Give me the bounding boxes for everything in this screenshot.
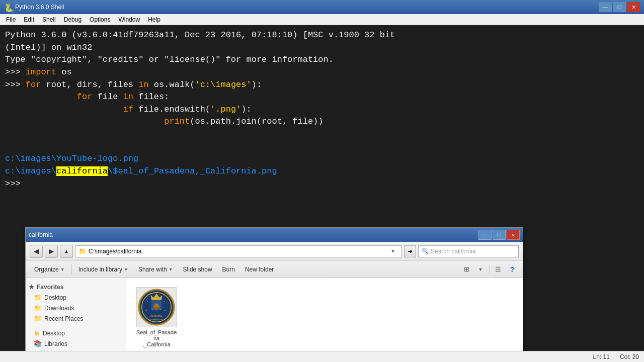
close-button[interactable]: ✕	[627, 2, 640, 12]
desktop-root-icon: 🖥	[34, 329, 40, 337]
svg-text:★: ★	[147, 300, 148, 303]
search-box[interactable]: 🔍 Search california	[418, 245, 519, 257]
star-icon: ★	[29, 284, 34, 291]
recent-folder-icon: 📁	[34, 315, 42, 322]
help-button[interactable]: ?	[506, 263, 519, 276]
blank-line2	[5, 141, 639, 153]
file-name-seal: Seal_of_Pasadena,_California	[135, 329, 178, 347]
output-path-post: \$eal_of_Pasadena,_California.png	[108, 166, 277, 176]
details-pane-button[interactable]: ☰	[492, 263, 505, 276]
include-library-button[interactable]: Include in library ▼	[74, 263, 133, 276]
output-youtube: c:\images\YouTube-logo.png	[5, 154, 138, 163]
back-button[interactable]: ◀	[30, 245, 43, 258]
address-text: C:\images\california	[89, 248, 388, 255]
shell-area[interactable]: Python 3.6.0 (v3.6.0:41df79263a11, Dec 2…	[0, 25, 644, 246]
main-wrapper: 🐍 Python 3.6.0 Shell — □ ✕ File Edit She…	[0, 0, 644, 362]
python-icon: 🐍	[4, 3, 12, 11]
window-title: Python 3.6.0 Shell	[15, 4, 64, 11]
desktop-folder-icon: 📁	[34, 294, 42, 301]
builtin-print: print	[164, 117, 190, 126]
shell-header-line2: (Intel)] on win32	[5, 42, 639, 54]
string-png: '.png'	[210, 105, 241, 114]
blank-line	[5, 128, 639, 141]
view-medium-button[interactable]: ⊞	[460, 263, 473, 276]
share-dropdown-icon: ▼	[169, 267, 173, 272]
sidebar-desktop-root-label: Desktop	[43, 330, 65, 337]
output-line2: c:\images\california\$eal_of_Pasadena,_C…	[5, 165, 639, 178]
svg-text:INCORPORATED: INCORPORATED	[149, 319, 164, 321]
svg-text:★: ★	[146, 309, 147, 312]
file-endswith: file.endswith(	[133, 105, 210, 114]
seal-svg: ★ ★ ★ ★ PASADENA INCORPORATED	[137, 288, 176, 327]
search-placeholder: Search california	[431, 248, 475, 255]
address-bar[interactable]: 📁 C:\images\california ▼	[75, 245, 402, 257]
sidebar-item-desktop[interactable]: 📁 Desktop	[26, 292, 126, 303]
shell-prompt3: >>>	[5, 178, 639, 191]
for-indent	[5, 92, 77, 102]
status-line: Ln: 11	[593, 353, 610, 360]
sidebar-item-downloads[interactable]: 📁 Downloads	[26, 303, 126, 313]
explorer-sidebar: ★ Favorites 📁 Desktop 📁 Downloads 📁 Rece…	[26, 278, 126, 362]
menu-file[interactable]: File	[2, 15, 20, 24]
prompt-1: >>>	[5, 67, 26, 77]
title-bar-buttons: — □ ✕	[599, 2, 640, 12]
slideshow-button[interactable]: Slide show	[179, 263, 217, 276]
share-with-label: Share with	[138, 266, 167, 273]
keyword-in1: in	[138, 80, 148, 89]
downloads-folder-icon: 📁	[34, 304, 42, 312]
share-with-button[interactable]: Share with ▼	[134, 263, 178, 276]
explorer-title-buttons: — □ ✕	[478, 230, 520, 240]
explorer-minimize-button[interactable]: —	[478, 230, 492, 240]
svg-text:★: ★	[164, 300, 165, 303]
print-indent	[5, 117, 164, 126]
view-dropdown-button[interactable]: ▼	[474, 263, 487, 276]
shell-import-line: >>> import os	[5, 66, 639, 79]
shell-header-line3: Type "copyright", "credits" or "license(…	[5, 54, 639, 66]
shell-print-line: print(os.path.join(root, file))	[5, 116, 639, 128]
menu-help[interactable]: Help	[144, 15, 165, 24]
keyword-in2: in	[123, 92, 133, 102]
output-line1: c:\images\YouTube-logo.png	[5, 153, 639, 165]
address-go-button[interactable]: ➜	[404, 245, 416, 257]
new-folder-label: New folder	[245, 266, 274, 273]
file-item-seal[interactable]: ★ ★ ★ ★ PASADENA INCORPORATED Seal_of_Pa…	[131, 283, 182, 351]
keyword-if: if	[123, 105, 133, 114]
sidebar-item-recent-places[interactable]: 📁 Recent Places	[26, 313, 126, 324]
explorer-files[interactable]: ★ ★ ★ ★ PASADENA INCORPORATED Seal_of_Pa…	[126, 278, 523, 362]
up-button[interactable]: ▲	[60, 245, 73, 258]
files-var: files:	[133, 92, 169, 102]
include-library-label: Include in library	[78, 266, 122, 273]
new-folder-button[interactable]: New folder	[240, 263, 278, 276]
shell-if-line: if file.endswith('.png'):	[5, 104, 639, 116]
sidebar-item-desktop-root[interactable]: 🖥 Desktop	[26, 328, 126, 338]
explorer-close-button[interactable]: ✕	[507, 230, 520, 240]
prompt-3: >>>	[5, 179, 26, 189]
address-dropdown-icon[interactable]: ▼	[390, 248, 398, 254]
file-thumbnail-seal: ★ ★ ★ ★ PASADENA INCORPORATED	[136, 287, 177, 327]
os-walk: os.walk(	[149, 80, 195, 89]
title-bar-left: 🐍 Python 3.6.0 Shell	[4, 3, 64, 11]
menu-shell[interactable]: Shell	[38, 15, 60, 24]
burn-label: Burn	[222, 266, 235, 273]
cmd-separator-2	[489, 264, 490, 275]
forward-button[interactable]: ▶	[45, 245, 58, 258]
burn-button[interactable]: Burn	[218, 263, 239, 276]
shell-header-line1: Python 3.6.0 (v3.6.0:41df79263a11, Dec 2…	[5, 29, 639, 42]
maximize-button[interactable]: □	[613, 2, 626, 12]
menu-options[interactable]: Options	[86, 15, 114, 24]
menu-edit[interactable]: Edit	[20, 15, 38, 24]
if-colon: ):	[241, 105, 251, 114]
organize-button[interactable]: Organize ▼	[30, 263, 69, 276]
menu-debug[interactable]: Debug	[60, 15, 86, 24]
svg-point-5	[154, 303, 158, 307]
print-args: (os.path.join(root, file))	[190, 117, 323, 126]
sidebar-item-libraries[interactable]: 📚 Libraries	[26, 338, 126, 349]
cmd-separator-1	[71, 264, 72, 275]
svg-text:★: ★	[165, 309, 166, 312]
explorer-content: ★ Favorites 📁 Desktop 📁 Downloads 📁 Rece…	[26, 278, 523, 362]
menu-window[interactable]: Window	[114, 15, 144, 24]
explorer-maximize-button[interactable]: □	[493, 230, 506, 240]
explorer-commands: Organize ▼ Include in library ▼ Share wi…	[26, 261, 523, 278]
minimize-button[interactable]: —	[599, 2, 612, 12]
favorites-label: Favorites	[37, 284, 63, 291]
